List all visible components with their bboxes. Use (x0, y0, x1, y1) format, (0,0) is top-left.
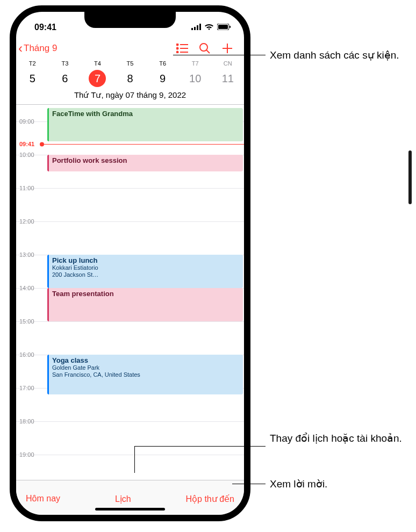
hour-label: 13:00 (19, 251, 34, 258)
day-number: 6 (62, 73, 68, 84)
home-indicator[interactable] (95, 508, 165, 511)
svg-point-13 (200, 44, 207, 51)
hour-label: 17:00 (19, 385, 34, 391)
current-time-line (42, 144, 244, 145)
battery-icon (217, 23, 231, 32)
wifi-icon (204, 23, 214, 32)
back-button[interactable]: ‹ Tháng 9 (18, 41, 57, 56)
back-label: Tháng 9 (24, 43, 57, 54)
hour-label: 12:00 (19, 218, 34, 225)
hour-label: 18:00 (19, 418, 34, 425)
svg-rect-6 (229, 26, 231, 28)
day-number: 5 (30, 73, 35, 84)
svg-rect-1 (194, 27, 196, 30)
day-number: 11 (222, 73, 234, 84)
hour-label: 14:00 (19, 285, 34, 291)
day-of-week-label: T7 (179, 60, 212, 67)
svg-rect-3 (199, 24, 201, 30)
calendar-event[interactable]: FaceTime with Grandma (47, 108, 243, 141)
svg-rect-0 (191, 28, 193, 30)
event-title: Team presentation (52, 290, 240, 298)
svg-point-9 (177, 48, 178, 49)
calendar-event[interactable]: Pick up lunchKokkari Estiatorio200 Jacks… (47, 255, 243, 288)
current-time-dot (40, 142, 44, 147)
svg-point-11 (177, 52, 178, 53)
hour-gridline (16, 221, 244, 222)
list-view-button[interactable] (171, 44, 193, 53)
day-column[interactable]: T69 (146, 60, 179, 87)
week-header: T25T36T47T58T69T710CN11 (16, 58, 244, 87)
timeline[interactable]: 09:0010:0011:0012:0013:0014:0015:0016:00… (16, 105, 244, 459)
day-number: 9 (160, 73, 166, 84)
event-title: Pick up lunch (52, 256, 240, 264)
calendar-event[interactable]: Yoga classGolden Gate ParkSan Francisco,… (47, 355, 243, 394)
hour-gridline (16, 455, 244, 455)
hour-label: 10:00 (19, 152, 34, 158)
calendar-event[interactable]: Portfolio work session (47, 155, 243, 171)
status-time: 09:41 (34, 23, 56, 32)
current-time-label: 09:41 (19, 141, 34, 147)
day-number: 8 (127, 73, 133, 84)
event-subtitle: Golden Gate Park (52, 364, 240, 371)
day-of-week-label: T6 (146, 60, 179, 67)
cellular-icon (191, 23, 201, 32)
add-button[interactable] (216, 42, 239, 54)
callout-calendars: Thay đổi lịch hoặc tài khoản. (270, 432, 402, 445)
svg-line-14 (206, 50, 210, 53)
callout-list: Xem danh sách các sự kiện. (270, 48, 399, 62)
calendar-event[interactable]: Team presentation (47, 288, 243, 321)
day-of-week-label: T3 (49, 60, 82, 67)
event-subtitle: Kokkari Estiatorio (52, 264, 240, 271)
event-title: Yoga class (52, 356, 240, 364)
day-number: 7 (89, 70, 106, 87)
day-of-week-label: CN (211, 60, 244, 67)
event-title: FaceTime with Grandma (52, 110, 240, 118)
day-column[interactable]: CN11 (211, 60, 244, 87)
svg-point-7 (177, 44, 178, 46)
event-title: Portfolio work session (52, 156, 240, 164)
hour-gridline (16, 421, 244, 422)
day-column[interactable]: T710 (179, 60, 212, 87)
day-column[interactable]: T36 (49, 60, 82, 87)
day-number: 10 (189, 73, 201, 84)
day-column[interactable]: T58 (114, 60, 147, 87)
inbox-button[interactable]: Hộp thư đến (186, 494, 234, 504)
hour-gridline (16, 188, 244, 189)
notch (84, 12, 176, 28)
event-subtitle: 200 Jackson St… (52, 271, 240, 278)
phone-frame: 09:41 ‹ Tháng 9 T25T36T47T58T6 (10, 5, 250, 521)
hour-label: 16:00 (19, 351, 34, 358)
hour-gridline (16, 321, 244, 322)
hour-label: 19:00 (19, 451, 34, 458)
day-of-week-label: T5 (114, 60, 147, 67)
hour-label: 15:00 (19, 318, 34, 325)
day-column[interactable]: T47 (81, 60, 114, 87)
svg-rect-2 (197, 25, 198, 30)
day-of-week-label: T4 (81, 60, 114, 67)
day-of-week-label: T2 (16, 60, 49, 67)
hour-label: 09:00 (19, 118, 34, 125)
today-button[interactable]: Hôm nay (26, 494, 60, 504)
event-subtitle: San Francisco, CA, United States (52, 371, 240, 378)
calendars-button[interactable]: Lịch (60, 494, 185, 504)
callout-inbox: Xem lời mời. (270, 477, 327, 491)
hour-label: 11:00 (19, 185, 34, 191)
chevron-left-icon: ‹ (18, 41, 23, 56)
search-button[interactable] (193, 42, 216, 54)
day-column[interactable]: T25 (16, 60, 49, 87)
date-title: Thứ Tư, ngày 07 tháng 9, 2022 (16, 87, 244, 105)
svg-rect-5 (218, 25, 228, 29)
